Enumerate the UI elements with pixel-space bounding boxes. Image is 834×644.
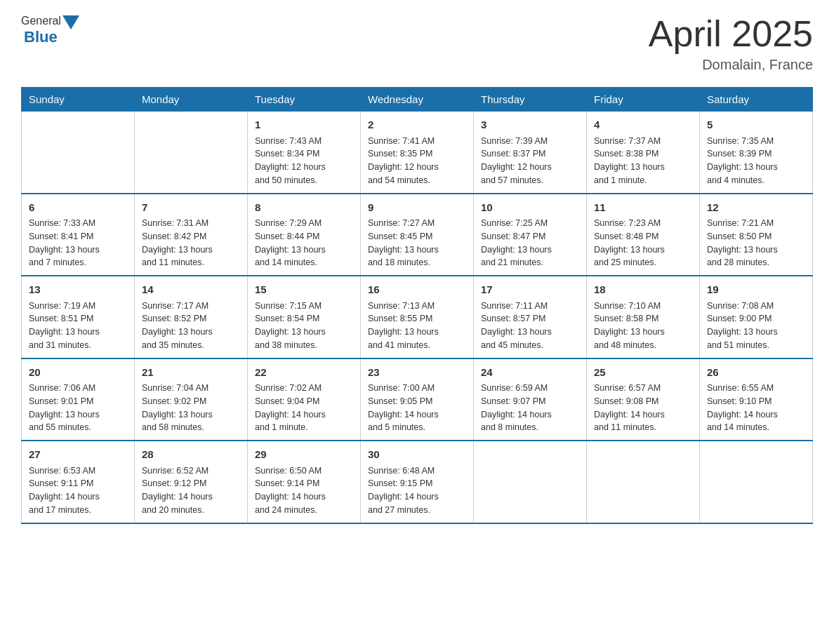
weekday-header-thursday: Thursday	[474, 88, 587, 112]
day-number: 5	[707, 117, 805, 133]
day-number: 4	[594, 117, 692, 133]
day-info: Sunrise: 6:59 AM Sunset: 9:07 PM Dayligh…	[481, 383, 552, 432]
calendar-cell: 10Sunrise: 7:25 AM Sunset: 8:47 PM Dayli…	[474, 194, 587, 276]
calendar-cell: 18Sunrise: 7:10 AM Sunset: 8:58 PM Dayli…	[587, 276, 700, 358]
calendar-cell: 26Sunrise: 6:55 AM Sunset: 9:10 PM Dayli…	[700, 358, 813, 441]
calendar-cell	[22, 112, 135, 194]
day-number: 24	[481, 365, 579, 381]
day-number: 12	[707, 200, 805, 216]
day-number: 8	[255, 200, 353, 216]
calendar-week-row: 6Sunrise: 7:33 AM Sunset: 8:41 PM Daylig…	[22, 194, 813, 276]
day-number: 29	[255, 447, 353, 463]
day-info: Sunrise: 7:21 AM Sunset: 8:50 PM Dayligh…	[707, 218, 778, 267]
day-info: Sunrise: 7:29 AM Sunset: 8:44 PM Dayligh…	[255, 218, 326, 267]
calendar-cell: 21Sunrise: 7:04 AM Sunset: 9:02 PM Dayli…	[135, 358, 248, 441]
calendar-cell: 14Sunrise: 7:17 AM Sunset: 8:52 PM Dayli…	[135, 276, 248, 358]
day-info: Sunrise: 7:41 AM Sunset: 8:35 PM Dayligh…	[368, 136, 439, 185]
day-info: Sunrise: 7:39 AM Sunset: 8:37 PM Dayligh…	[481, 136, 552, 185]
calendar-header: SundayMondayTuesdayWednesdayThursdayFrid…	[22, 88, 813, 112]
day-number: 15	[255, 282, 353, 298]
weekday-header-row: SundayMondayTuesdayWednesdayThursdayFrid…	[22, 88, 813, 112]
calendar-cell: 27Sunrise: 6:53 AM Sunset: 9:11 PM Dayli…	[22, 441, 135, 523]
day-number: 16	[368, 282, 466, 298]
day-number: 2	[368, 117, 466, 133]
calendar-cell: 19Sunrise: 7:08 AM Sunset: 9:00 PM Dayli…	[700, 276, 813, 358]
month-title: April 2025	[649, 14, 813, 54]
page-header: General Blue April 2025 Domalain, France	[21, 14, 813, 73]
calendar-table: SundayMondayTuesdayWednesdayThursdayFrid…	[21, 87, 813, 524]
weekday-header-wednesday: Wednesday	[361, 88, 474, 112]
weekday-header-monday: Monday	[135, 88, 248, 112]
day-info: Sunrise: 7:19 AM Sunset: 8:51 PM Dayligh…	[29, 301, 100, 350]
calendar-cell: 15Sunrise: 7:15 AM Sunset: 8:54 PM Dayli…	[248, 276, 361, 358]
day-info: Sunrise: 7:15 AM Sunset: 8:54 PM Dayligh…	[255, 301, 326, 350]
calendar-cell: 11Sunrise: 7:23 AM Sunset: 8:48 PM Dayli…	[587, 194, 700, 276]
title-block: April 2025 Domalain, France	[649, 14, 813, 73]
logo-blue-text: Blue	[21, 28, 58, 46]
day-info: Sunrise: 7:37 AM Sunset: 8:38 PM Dayligh…	[594, 136, 665, 185]
day-number: 13	[29, 282, 127, 298]
calendar-cell: 7Sunrise: 7:31 AM Sunset: 8:42 PM Daylig…	[135, 194, 248, 276]
day-number: 9	[368, 200, 466, 216]
day-number: 25	[594, 365, 692, 381]
day-info: Sunrise: 7:23 AM Sunset: 8:48 PM Dayligh…	[594, 218, 665, 267]
calendar-cell	[135, 112, 248, 194]
calendar-week-row: 1Sunrise: 7:43 AM Sunset: 8:34 PM Daylig…	[22, 112, 813, 194]
calendar-cell: 6Sunrise: 7:33 AM Sunset: 8:41 PM Daylig…	[22, 194, 135, 276]
calendar-cell	[474, 441, 587, 523]
calendar-cell: 5Sunrise: 7:35 AM Sunset: 8:39 PM Daylig…	[700, 112, 813, 194]
day-number: 20	[29, 365, 127, 381]
calendar-cell: 2Sunrise: 7:41 AM Sunset: 8:35 PM Daylig…	[361, 112, 474, 194]
calendar-cell: 3Sunrise: 7:39 AM Sunset: 8:37 PM Daylig…	[474, 112, 587, 194]
day-info: Sunrise: 7:33 AM Sunset: 8:41 PM Dayligh…	[29, 218, 100, 267]
day-number: 14	[142, 282, 240, 298]
day-info: Sunrise: 7:13 AM Sunset: 8:55 PM Dayligh…	[368, 301, 439, 350]
calendar-cell: 12Sunrise: 7:21 AM Sunset: 8:50 PM Dayli…	[700, 194, 813, 276]
day-info: Sunrise: 7:25 AM Sunset: 8:47 PM Dayligh…	[481, 218, 552, 267]
day-info: Sunrise: 7:43 AM Sunset: 8:34 PM Dayligh…	[255, 136, 326, 185]
calendar-cell: 25Sunrise: 6:57 AM Sunset: 9:08 PM Dayli…	[587, 358, 700, 441]
day-number: 6	[29, 200, 127, 216]
calendar-cell: 23Sunrise: 7:00 AM Sunset: 9:05 PM Dayli…	[361, 358, 474, 441]
logo-general-text: General	[21, 15, 61, 27]
calendar-cell: 13Sunrise: 7:19 AM Sunset: 8:51 PM Dayli…	[22, 276, 135, 358]
day-number: 23	[368, 365, 466, 381]
location: Domalain, France	[649, 57, 813, 73]
day-info: Sunrise: 7:31 AM Sunset: 8:42 PM Dayligh…	[142, 218, 213, 267]
day-number: 10	[481, 200, 579, 216]
day-number: 26	[707, 365, 805, 381]
calendar-week-row: 13Sunrise: 7:19 AM Sunset: 8:51 PM Dayli…	[22, 276, 813, 358]
calendar-week-row: 27Sunrise: 6:53 AM Sunset: 9:11 PM Dayli…	[22, 441, 813, 523]
day-number: 21	[142, 365, 240, 381]
day-info: Sunrise: 6:50 AM Sunset: 9:14 PM Dayligh…	[255, 466, 326, 515]
day-number: 19	[707, 282, 805, 298]
calendar-cell: 1Sunrise: 7:43 AM Sunset: 8:34 PM Daylig…	[248, 112, 361, 194]
calendar-cell: 16Sunrise: 7:13 AM Sunset: 8:55 PM Dayli…	[361, 276, 474, 358]
calendar-cell	[587, 441, 700, 523]
day-info: Sunrise: 7:02 AM Sunset: 9:04 PM Dayligh…	[255, 383, 326, 432]
calendar-cell: 28Sunrise: 6:52 AM Sunset: 9:12 PM Dayli…	[135, 441, 248, 523]
day-info: Sunrise: 6:57 AM Sunset: 9:08 PM Dayligh…	[594, 383, 665, 432]
day-info: Sunrise: 7:10 AM Sunset: 8:58 PM Dayligh…	[594, 301, 665, 350]
day-number: 30	[368, 447, 466, 463]
calendar-cell: 17Sunrise: 7:11 AM Sunset: 8:57 PM Dayli…	[474, 276, 587, 358]
day-number: 1	[255, 117, 353, 133]
calendar-cell	[700, 441, 813, 523]
day-number: 11	[594, 200, 692, 216]
weekday-header-friday: Friday	[587, 88, 700, 112]
calendar-cell: 4Sunrise: 7:37 AM Sunset: 8:38 PM Daylig…	[587, 112, 700, 194]
weekday-header-tuesday: Tuesday	[248, 88, 361, 112]
calendar-cell: 20Sunrise: 7:06 AM Sunset: 9:01 PM Dayli…	[22, 358, 135, 441]
day-number: 3	[481, 117, 579, 133]
day-number: 18	[594, 282, 692, 298]
day-info: Sunrise: 7:35 AM Sunset: 8:39 PM Dayligh…	[707, 136, 778, 185]
day-info: Sunrise: 7:11 AM Sunset: 8:57 PM Dayligh…	[481, 301, 552, 350]
calendar-cell: 8Sunrise: 7:29 AM Sunset: 8:44 PM Daylig…	[248, 194, 361, 276]
weekday-header-sunday: Sunday	[22, 88, 135, 112]
day-info: Sunrise: 7:04 AM Sunset: 9:02 PM Dayligh…	[142, 383, 213, 432]
day-number: 27	[29, 447, 127, 463]
day-info: Sunrise: 7:08 AM Sunset: 9:00 PM Dayligh…	[707, 301, 778, 350]
day-number: 17	[481, 282, 579, 298]
calendar-body: 1Sunrise: 7:43 AM Sunset: 8:34 PM Daylig…	[22, 112, 813, 523]
logo: General Blue	[21, 14, 81, 46]
